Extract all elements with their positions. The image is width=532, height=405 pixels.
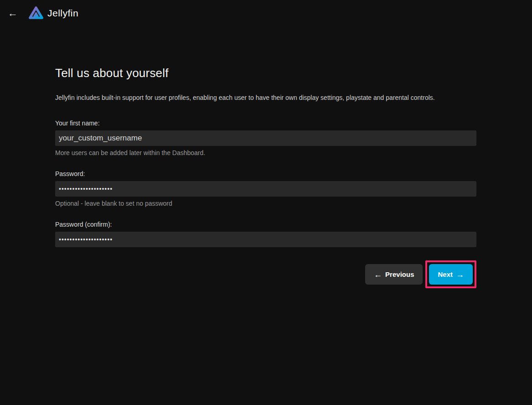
app-header: ← Jellyfin: [0, 0, 532, 26]
previous-button[interactable]: ← Previous: [365, 264, 423, 285]
page-description: Jellyfin includes built-in support for u…: [55, 94, 476, 101]
password-confirm-input[interactable]: [55, 232, 476, 247]
password-label: Password:: [55, 170, 476, 177]
password-input[interactable]: [55, 181, 476, 197]
password-helper-text: Optional - leave blank to set no passwor…: [55, 200, 476, 207]
next-button-highlight-annotation: Next →: [425, 260, 476, 288]
brand: Jellyfin: [28, 5, 78, 21]
user-setup-form: Tell us about yourself Jellyfin includes…: [55, 26, 476, 288]
password-field-group: Password: Optional - leave blank to set …: [55, 170, 476, 207]
next-button[interactable]: Next →: [429, 264, 473, 285]
jellyfin-logo-icon: [28, 5, 44, 21]
next-button-label: Next: [438, 270, 453, 278]
password-confirm-field-group: Password (confirm):: [55, 221, 476, 247]
password-confirm-label: Password (confirm):: [55, 221, 476, 228]
page-title: Tell us about yourself: [55, 66, 476, 80]
first-name-field-group: Your first name: More users can be added…: [55, 119, 476, 156]
back-arrow-icon[interactable]: ←: [7, 7, 19, 19]
arrow-right-icon: →: [456, 270, 464, 279]
app-title: Jellyfin: [47, 8, 78, 19]
first-name-label: Your first name:: [55, 119, 476, 127]
previous-button-label: Previous: [385, 270, 414, 278]
first-name-input[interactable]: [55, 130, 476, 146]
wizard-button-row: ← Previous Next →: [55, 260, 476, 288]
setup-wizard-page: ← Jellyfin Tell us about yourself Jellyf…: [0, 0, 532, 405]
arrow-left-icon: ←: [374, 270, 382, 279]
first-name-helper-text: More users can be added later within the…: [55, 149, 476, 156]
